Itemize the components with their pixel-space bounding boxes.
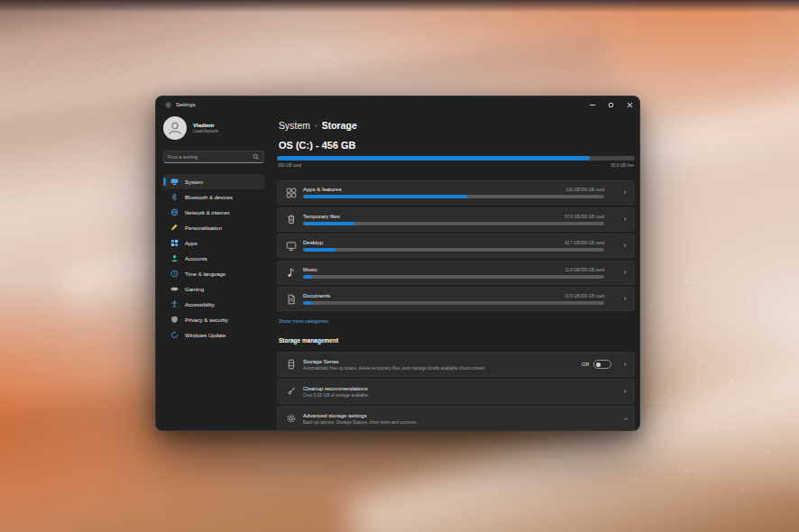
- user-profile[interactable]: Vladimir Local Account: [163, 116, 264, 140]
- broom-icon: [286, 386, 297, 397]
- update-arrows-icon: [170, 331, 179, 339]
- chevron-down-icon: ›: [621, 409, 629, 427]
- category-usage-bar: [303, 195, 604, 198]
- category-documents[interactable]: Documents 10,9 GB/399 GB used ›: [277, 287, 635, 311]
- game-controller-icon: [170, 285, 179, 293]
- sidebar-item-label: Windows Update: [185, 333, 225, 338]
- toggle-knob: [596, 362, 601, 367]
- category-value: 67,8 GB/399 GB used: [565, 215, 604, 219]
- apps-grid-icon: [170, 239, 179, 247]
- sidebar-item-label: Gaming: [185, 287, 204, 292]
- storage-sense-toggle[interactable]: [593, 360, 611, 369]
- user-name: Vladimir: [193, 123, 218, 128]
- row-title: Storage Sense: [303, 359, 576, 364]
- search-input[interactable]: [168, 154, 253, 160]
- sidebar-item-privacy-security[interactable]: Privacy & security: [163, 312, 264, 327]
- row-subtitle: Automatically free up space, delete temp…: [303, 366, 576, 371]
- search-box[interactable]: [163, 151, 264, 163]
- bluetooth-icon: [170, 193, 179, 201]
- used-label: 399 GB used: [278, 163, 301, 168]
- sidebar-nav: System Bluetooth & devices Network & int…: [163, 174, 264, 343]
- drive-usage-bar: [277, 156, 635, 161]
- system-icon: [170, 178, 179, 186]
- apps-features-icon: [286, 188, 297, 198]
- show-more-categories-link[interactable]: Show more categories: [279, 318, 328, 324]
- row-subtitle: Over 5,00 GB of storage available.: [303, 393, 611, 398]
- sidebar-item-label: Bluetooth & devices: [185, 195, 233, 200]
- sidebar-item-label: Network & internet: [185, 210, 229, 216]
- category-label: Documents: [303, 293, 330, 298]
- sidebar-item-network-internet[interactable]: Network & internet: [163, 205, 264, 220]
- row-subtitle: Back up options, Storage Spaces, other d…: [303, 420, 611, 425]
- chevron-right-icon: ›: [616, 188, 634, 197]
- person-icon: [170, 254, 179, 262]
- sidebar-item-apps[interactable]: Apps: [163, 235, 264, 251]
- chevron-right-icon: ›: [616, 388, 634, 396]
- storage-management-list: Storage Sense Automatically free up spac…: [277, 352, 635, 431]
- monitor-icon: [286, 241, 297, 252]
- sidebar-item-accessibility[interactable]: Accessibility: [163, 297, 264, 312]
- clock-icon: [170, 270, 179, 278]
- breadcrumb-storage: Storage: [322, 120, 357, 131]
- drive-title: OS (C:) - 456 GB: [279, 140, 356, 151]
- shield-icon: [170, 316, 179, 324]
- sidebar-item-time-language[interactable]: Time & language: [163, 266, 264, 281]
- chevron-right-icon: ›: [616, 295, 634, 303]
- close-button[interactable]: [620, 96, 639, 113]
- category-value: 42,7 GB/399 GB used: [565, 241, 604, 245]
- wallpaper-speckles: [0, 0, 1, 1]
- music-note-icon: [286, 267, 297, 278]
- cleanup-recommendations-row[interactable]: Cleanup recommendations Over 5,00 GB of …: [277, 379, 635, 404]
- user-account-type: Local Account: [193, 129, 218, 133]
- category-list: Apps & features 218 GB/399 GB used › Tem…: [277, 180, 635, 314]
- row-title: Advanced storage settings: [303, 413, 611, 418]
- sidebar-item-accounts[interactable]: Accounts: [163, 251, 264, 266]
- category-usage-bar: [303, 222, 604, 225]
- category-label: Apps & features: [303, 187, 342, 192]
- trash-icon: [286, 214, 297, 225]
- search-icon: [253, 153, 260, 161]
- globe-icon: [170, 208, 179, 216]
- titlebar: Settings: [156, 96, 639, 113]
- category-desktop[interactable]: Desktop 42,7 GB/399 GB used ›: [277, 234, 635, 258]
- sidebar-item-windows-update[interactable]: Windows Update: [163, 327, 264, 343]
- sidebar-item-system[interactable]: System: [163, 174, 264, 189]
- category-music[interactable]: Music 11,8 GB/399 GB used ›: [277, 261, 635, 285]
- row-title: Cleanup recommendations: [303, 386, 611, 391]
- settings-app-icon: [165, 102, 171, 108]
- breadcrumb-system[interactable]: System: [279, 120, 310, 131]
- advanced-storage-settings-row[interactable]: Advanced storage settings Back up option…: [277, 406, 635, 431]
- sidebar-item-label: Time & language: [185, 271, 225, 277]
- drive-usage-fill: [277, 156, 590, 161]
- sidebar-item-label: Apps: [185, 241, 197, 246]
- storage-sense-icon: [286, 359, 297, 370]
- maximize-button[interactable]: [602, 96, 620, 113]
- chevron-right-icon: ›: [616, 242, 634, 250]
- category-usage-bar: [303, 248, 604, 252]
- category-value: 218 GB/399 GB used: [565, 188, 604, 192]
- gear-icon: [286, 413, 297, 424]
- settings-window: Settings Vladimir Local Account: [155, 96, 640, 431]
- sidebar: Vladimir Local Account System Bluetooth …: [156, 113, 271, 430]
- storage-sense-row[interactable]: Storage Sense Automatically free up spac…: [277, 352, 635, 377]
- minimize-button[interactable]: [583, 96, 602, 113]
- minimize-icon: [590, 105, 595, 105]
- breadcrumb: System › Storage: [279, 120, 357, 131]
- main-content: System › Storage OS (C:) - 456 GB 399 GB…: [277, 113, 639, 430]
- category-temporary-files[interactable]: Temporary files 67,8 GB/399 GB used ›: [277, 207, 635, 232]
- category-value: 11,8 GB/399 GB used: [565, 268, 604, 272]
- maximize-icon: [609, 103, 613, 107]
- sidebar-item-personalisation[interactable]: Personalisation: [163, 220, 264, 235]
- category-apps-features[interactable]: Apps & features 218 GB/399 GB used ›: [277, 180, 635, 205]
- chevron-right-icon: ›: [616, 269, 634, 277]
- category-label: Temporary files: [303, 214, 340, 219]
- toggle-state-label: Off: [582, 362, 589, 367]
- category-value: 10,9 GB/399 GB used: [565, 294, 604, 298]
- sidebar-item-gaming[interactable]: Gaming: [163, 281, 264, 297]
- breadcrumb-separator-icon: ›: [315, 122, 317, 130]
- category-label: Music: [303, 267, 317, 272]
- chevron-right-icon: ›: [616, 216, 634, 224]
- avatar[interactable]: [163, 116, 187, 140]
- sidebar-item-label: System: [185, 179, 203, 185]
- sidebar-item-bluetooth-devices[interactable]: Bluetooth & devices: [163, 189, 264, 205]
